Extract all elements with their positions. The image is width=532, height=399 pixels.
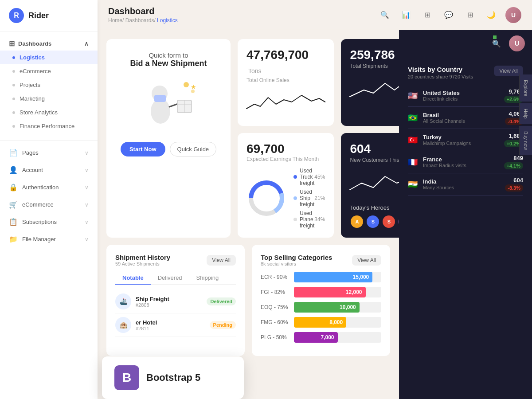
sidebar-item-ecommerce[interactable]: eCommerce (0, 64, 98, 78)
list-item: ECR - 90% 15,000 (261, 272, 381, 282)
list-item: 🇫🇷 France Impact Radius visits 849 +4.1% (408, 151, 523, 173)
countries-title: Visits by Country (408, 66, 473, 73)
countries-header: Visits by Country 20 countries share 972… (408, 66, 523, 79)
list-item: FGI - 82% 12,000 (261, 287, 381, 297)
sidebar-item-logistics[interactable]: Logistics (0, 51, 98, 64)
sidebar-item-subscriptions[interactable]: 📋 Subscriptions ∨ (0, 213, 98, 231)
categories-title: Top Selling Categories (261, 254, 332, 261)
buy-now-action[interactable]: Buy now (519, 126, 532, 155)
heroes-label: Today's Heroes (350, 204, 399, 211)
content-area: Quick form to Bid a New Shipment (98, 30, 532, 399)
grid-icon[interactable]: ⊞ (420, 8, 434, 22)
dashboards-section: ⊞ Dashboards ∧ Logistics eCommerce Proje… (0, 31, 98, 137)
shipment-subtitle: 59 Active Shipments (115, 261, 170, 266)
dot-icon (12, 98, 15, 100)
promo-illustration: ★ (133, 78, 204, 131)
center-panel: Quick form to Bid a New Shipment (98, 30, 399, 399)
svg-rect-4 (154, 95, 166, 102)
hero-avatar-s2: S (382, 215, 396, 229)
customers-label: New Customers This Month (350, 157, 399, 163)
svg-point-0 (184, 82, 189, 87)
dot-icon (12, 125, 15, 128)
earnings-card: 69,700 Expected Earnings This Month (238, 133, 334, 238)
sidebar-item-store-analytics[interactable]: Store Analytics (0, 106, 98, 119)
logo-icon: R (9, 8, 24, 23)
shipment-view-all[interactable]: View All (207, 255, 236, 266)
dot-icon (12, 84, 15, 86)
shipment-header: Shipment History 59 Active Shipments Vie… (115, 254, 236, 266)
header: Dashboard Home/ Dashboards/ Logistics 🔍 … (98, 0, 532, 30)
sidebar-item-projects[interactable]: Projects (0, 78, 98, 92)
sidebar-item-pages[interactable]: 📄 Pages ∨ (0, 144, 98, 161)
breadcrumb: Home/ Dashboards/ Logistics (108, 17, 178, 23)
right-search-icon[interactable]: 🔍 (489, 36, 504, 51)
hero-avatar-a: A (350, 215, 364, 229)
logo-name: Rider (28, 11, 49, 20)
hotel-icon: 🏨 (115, 317, 131, 333)
status-dot (493, 35, 497, 39)
shipments-number: 259,786 (350, 48, 399, 62)
stats-icon[interactable]: 📊 (399, 8, 413, 22)
right-avatar[interactable]: U (509, 35, 525, 51)
promo-card: Quick form to Bid a New Shipment (106, 39, 231, 238)
earnings-label: Expected Earnings This Month (246, 156, 325, 162)
total-shipments-card: 259,786 Total Shipments (341, 39, 399, 126)
categories-view-all[interactable]: View All (352, 255, 381, 266)
chat-icon[interactable]: 💬 (442, 8, 456, 22)
sales-chart (246, 89, 325, 117)
hero-avatar-s: S (366, 215, 380, 229)
status-badge: Delivered (207, 297, 236, 305)
search-icon[interactable]: 🔍 (378, 8, 392, 22)
explore-action[interactable]: Explore (519, 74, 532, 102)
sidebar-item-auth[interactable]: 🔒 Authentication ∨ (0, 179, 98, 196)
tab-delivered[interactable]: Delivered (151, 272, 189, 285)
start-now-button[interactable]: Start Now (121, 142, 165, 156)
shipment-list: 🚢 Ship Freight #2808 Delivered 🏨 er Hote… (115, 290, 236, 337)
sidebar-item-files[interactable]: 📁 File Manager ∨ (0, 231, 98, 248)
stats-grid: 47,769,700 Tons Total Online Sales (238, 39, 399, 238)
status-badge: Pending (210, 321, 236, 329)
sidebar-item-ecommerce2[interactable]: 🛒 eCommerce ∨ (0, 196, 98, 213)
legend-plane: Used Plane freight 34% (293, 210, 325, 229)
quick-guide-button[interactable]: Quick Guide (170, 142, 217, 156)
sidebar-item-account[interactable]: 👤 Account ∨ (0, 161, 98, 179)
categories-header: Top Selling Categories 8k social visitor… (261, 254, 381, 266)
main-content: Dashboard Home/ Dashboards/ Logistics 🔍 … (98, 0, 532, 399)
tab-notable[interactable]: Notable (115, 272, 151, 285)
list-item: FMG - 60% 8,000 (261, 317, 381, 328)
freight-donut (246, 178, 286, 218)
header-left: Dashboard Home/ Dashboards/ Logistics (108, 6, 178, 23)
sidebar-item-marketing[interactable]: Marketing (0, 92, 98, 106)
sidebar-item-finance[interactable]: Finance Performance (0, 119, 98, 133)
account-icon: 👤 (9, 166, 18, 174)
freight-legend: Used Truck freight 45% Used Ship freight… (293, 168, 325, 229)
avatar[interactable]: U (505, 7, 521, 23)
shipment-title: Shipment History (115, 254, 170, 261)
theme-icon[interactable]: 🌙 (484, 8, 498, 22)
apps-icon[interactable]: ⊞ (463, 8, 477, 22)
countries-card: Visits by Country 20 countries share 972… (399, 57, 532, 399)
header-right: 🔍 📊 ⊞ 💬 ⊞ 🌙 U (378, 7, 521, 23)
list-item: 🇹🇷 Turkey Mailchimp Campaigns 1,680 +0.2… (408, 129, 523, 151)
tab-shipping[interactable]: Shipping (189, 272, 226, 285)
br-flag: 🇧🇷 (408, 114, 419, 122)
heroes-avatars: A S S P 42 (350, 215, 399, 229)
list-item: EOQ - 75% 10,000 (261, 302, 381, 313)
bootstrap-overlay: B Bootstrap 5 (102, 356, 244, 399)
files-icon: 📁 (9, 235, 18, 243)
dot-icon (12, 56, 15, 59)
dashboards-group[interactable]: ⊞ Dashboards ∧ (0, 35, 98, 51)
bottom-row: Shipment History 59 Active Shipments Vie… (106, 245, 390, 356)
dot-icon (12, 70, 15, 73)
top-row: Quick form to Bid a New Shipment (106, 39, 390, 238)
categories-bars: ECR - 90% 15,000 FGI - 82% 12,000 EOQ - … (261, 272, 381, 343)
bootstrap-text: Bootstrap 5 (146, 372, 200, 383)
help-action[interactable]: Help (519, 103, 532, 124)
list-item: 🇺🇸 United States Direct link clicks 9,76… (408, 85, 523, 107)
promo-subtitle: Quick form to Bid a New Shipment (130, 51, 207, 71)
legend-ship: Used Ship freight 21% (293, 189, 325, 207)
svg-point-3 (151, 99, 170, 124)
customers-chart (350, 170, 399, 196)
shipments-chart (350, 74, 399, 117)
sales-number: 47,769,700 Tons (246, 48, 325, 76)
